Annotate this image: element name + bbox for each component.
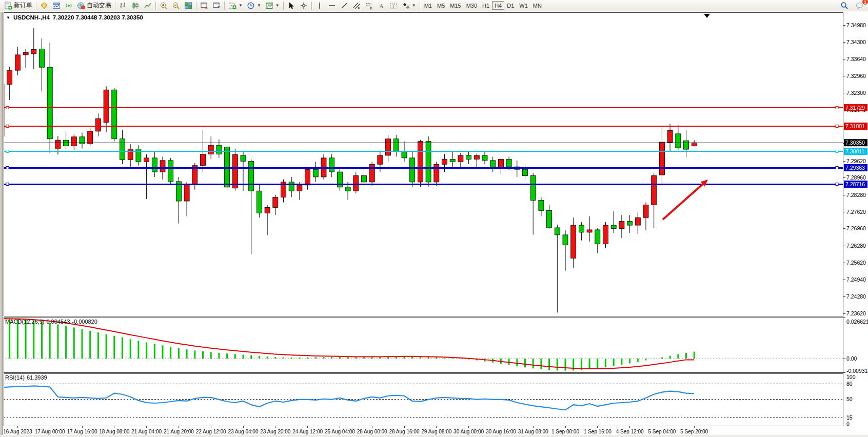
svg-text:E: E: [358, 6, 360, 9]
line-handle: [836, 125, 838, 127]
rsi-axis-label: 50: [846, 396, 853, 402]
line-handle: [6, 150, 9, 152]
arrange-windows-button[interactable]: [198, 1, 210, 11]
arrows-tool[interactable]: ▼: [400, 1, 418, 11]
timeframe-M15[interactable]: M15: [447, 1, 463, 10]
bar-chart-icon: [119, 2, 127, 10]
candle-down: [547, 210, 552, 228]
bar-chart-button[interactable]: [117, 1, 129, 11]
line-handle: [6, 183, 9, 186]
candle-up: [95, 118, 101, 131]
candle-up: [498, 159, 503, 168]
fibonacci-icon: F: [365, 2, 373, 10]
cursor-tool-button[interactable]: [285, 1, 298, 11]
vertical-line-tool[interactable]: [313, 1, 326, 11]
separator: [420, 2, 420, 10]
trendline-tool[interactable]: [338, 1, 350, 11]
equidistant-channel-icon: E: [352, 2, 361, 10]
add-indicator-icon: [228, 2, 236, 10]
candlestick-chart-button[interactable]: [129, 1, 142, 11]
candle-down: [402, 152, 407, 158]
price-axis-label: 7.26960: [846, 225, 866, 231]
macd-label: MACD(12,26,9)0.004543-0.000820: [5, 319, 100, 325]
crystal-button[interactable]: [38, 1, 50, 11]
autotrade-button[interactable]: 自动交易: [75, 1, 113, 11]
svg-text:F: F: [370, 6, 372, 10]
price-axis-label: 7.32300: [846, 90, 866, 96]
candle-up: [55, 140, 61, 149]
horizontal-line-icon: [328, 2, 336, 10]
timeframe-toolbar: M1M5M15M30H1H4D1W1MN: [422, 1, 544, 10]
cascade-windows-button[interactable]: [210, 1, 223, 11]
periodicity-clock-icon: [247, 2, 255, 10]
rsi-axis-label: 80: [846, 381, 853, 387]
horizontal-line-tool[interactable]: [326, 1, 338, 11]
signal-button[interactable]: [63, 1, 75, 11]
candle-down: [289, 182, 294, 191]
zoom-out-button[interactable]: [170, 1, 182, 11]
candle-down: [426, 142, 431, 182]
timeframe-W1[interactable]: W1: [517, 1, 530, 10]
line-handle: [836, 106, 838, 109]
tile-windows-button[interactable]: [182, 1, 194, 11]
zoom-in-icon: [160, 2, 168, 10]
dropdown-arrow-icon: ▼: [412, 3, 416, 8]
candle-up: [571, 225, 576, 258]
line-chart-button[interactable]: [142, 1, 154, 11]
crosshair-tool-button[interactable]: [298, 1, 310, 11]
equidistant-channel-tool[interactable]: E: [350, 1, 363, 11]
candle-down: [216, 145, 222, 154]
search-button[interactable]: [838, 1, 851, 11]
candle-up: [208, 145, 213, 154]
time-axis-label: 5 Sep 04:00: [648, 429, 676, 434]
market-watch-button[interactable]: [50, 1, 63, 11]
chart-title: ▼ USDCNH-,H4 7.30220 7.30448 7.30203 7.3…: [6, 14, 143, 21]
notification-badge: 1: [862, 0, 868, 5]
autotrade-label: 自动交易: [87, 1, 111, 10]
price-axis-label: 7.27620: [846, 209, 866, 215]
market-watch-icon: [52, 2, 61, 10]
zoom-in-button[interactable]: [157, 1, 170, 11]
add-indicator-button[interactable]: ▼: [226, 1, 245, 11]
text-tool[interactable]: A: [375, 1, 387, 11]
price-tag-text: 7.31729: [845, 105, 865, 111]
macd-name: MACD(12,26,9): [5, 319, 44, 325]
autotrade-globe-icon: [77, 2, 85, 10]
chart-window[interactable]: 7.349807.343007.336407.329607.323007.316…: [0, 12, 868, 437]
text-icon: A: [377, 2, 385, 10]
candle-down: [64, 140, 69, 146]
timeframe-M1[interactable]: M1: [422, 1, 435, 10]
time-axis-label: 5 Sep 20:00: [680, 429, 708, 434]
text-label-tool[interactable]: T: [387, 1, 400, 11]
time-axis-label: 22 Aug 12:00: [196, 429, 226, 434]
collapse-ohlc-icon[interactable]: ▼: [6, 15, 10, 20]
svg-text:T: T: [392, 3, 395, 8]
svg-text:7.30350: 7.30350: [845, 140, 865, 146]
cursor-icon: [287, 2, 295, 10]
chart-canvas[interactable]: 7.349807.343007.336407.329607.323007.316…: [0, 12, 868, 437]
timeframe-H4[interactable]: H4: [492, 1, 504, 10]
timeframe-D1[interactable]: D1: [504, 1, 517, 10]
candle-down: [47, 67, 52, 139]
time-axis-label: 28 Aug 00:00: [357, 429, 387, 434]
timeframe-H1[interactable]: H1: [480, 1, 492, 10]
timeframe-MN[interactable]: MN: [530, 1, 544, 10]
time-axis-label: 30 Aug 16:00: [486, 429, 516, 434]
templates-button[interactable]: ▼: [263, 1, 282, 11]
periodicity-button[interactable]: ▼: [245, 1, 263, 11]
line-chart-icon: [144, 2, 152, 10]
timeframe-M5[interactable]: M5: [435, 1, 447, 10]
candle-up: [369, 164, 374, 182]
time-axis-label: 1 Sep 00:00: [551, 429, 579, 434]
time-axis-label: 23 Aug 20:00: [260, 429, 290, 434]
candle-down: [555, 228, 560, 235]
new-order-button[interactable]: 新订单: [2, 1, 34, 11]
timeframe-M30[interactable]: M30: [464, 1, 480, 10]
new-order-label: 新订单: [14, 1, 32, 10]
separator: [115, 2, 115, 10]
toolbar: 新订单 自动交易: [0, 0, 868, 11]
templates-icon: [265, 2, 273, 10]
notifications-button[interactable]: 1: [854, 1, 866, 11]
fibonacci-tool[interactable]: F: [363, 1, 375, 11]
price-axis: 7.349807.343007.336407.329607.323007.316…: [843, 22, 868, 427]
